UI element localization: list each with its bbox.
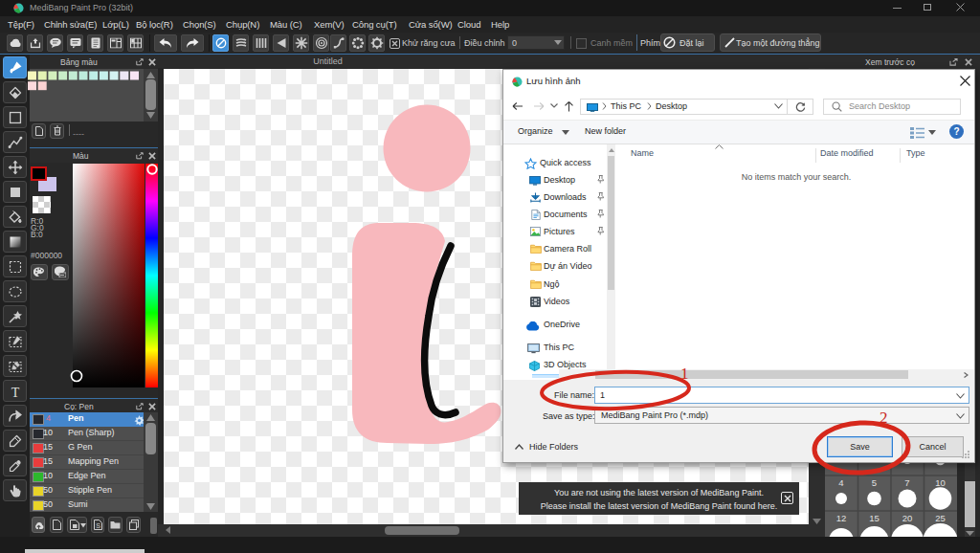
- svg-text:2: 2: [880, 409, 888, 427]
- svg-text:1: 1: [680, 365, 689, 383]
